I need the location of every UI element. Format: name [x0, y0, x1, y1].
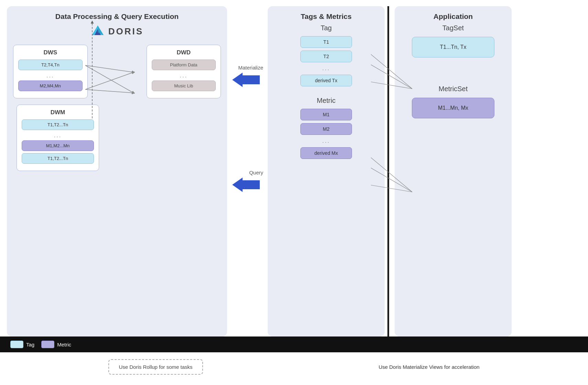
- dwm-box: DWM T1,T2...Tn ... M1,M2...Mn T1,T2...Tn: [17, 105, 99, 171]
- tag-nodes-col: T1 T2 ... derived Tx: [274, 36, 378, 86]
- dwd-music-node: Music Lib: [152, 81, 216, 91]
- tag-t2: T2: [300, 51, 352, 62]
- app-section: Application TagSet T1...Tn, Tx MetricSet…: [395, 6, 512, 336]
- dwd-label: DWD: [152, 49, 216, 56]
- metric-m1: M1: [300, 109, 352, 120]
- app-title: Application: [401, 12, 505, 21]
- metric-legend-label: Metric: [57, 342, 71, 347]
- metric-nodes-col: M1 M2 ... derived Mx: [274, 109, 378, 159]
- metric-heading: Metric: [274, 97, 378, 105]
- dws-dots: ...: [18, 72, 83, 79]
- svg-marker-9: [232, 178, 260, 192]
- metric-m2: M2: [300, 123, 352, 135]
- tag-swatch: [10, 341, 23, 348]
- rollup-note: Use Doris Rollup for some tasks: [108, 359, 203, 375]
- query-arrow: [232, 178, 260, 192]
- metric-derived: derived Mx: [300, 147, 352, 159]
- metric-swatch: [41, 341, 54, 348]
- dws-label: DWS: [18, 49, 83, 56]
- dws-tag-node: T2,T4,Tn: [18, 60, 83, 70]
- materialize-note: Use Doris Materialize Views for accelera…: [378, 364, 479, 370]
- dwd-dots: ...: [152, 72, 216, 79]
- doris-icon: [90, 24, 105, 39]
- dwm-metric-node: M1,M2...Mn: [22, 140, 94, 151]
- materialize-label: Materialize: [227, 65, 265, 71]
- dws-box: DWS T2,T4,Tn ... M2,M4,Mn: [13, 45, 88, 98]
- metric-legend: Metric: [41, 341, 71, 348]
- bottom-notes: Use Doris Rollup for some tasks Use Dori…: [0, 352, 588, 385]
- dws-metric-node: M2,M4,Mn: [18, 81, 83, 91]
- dwd-box: DWD Platform Data ... Music Lib: [147, 45, 221, 98]
- tag-dots: ...: [322, 65, 330, 72]
- tag-heading: Tag: [274, 24, 378, 32]
- tagset-heading: TagSet: [401, 24, 505, 32]
- tags-metrics-section: Tags & Metrics Tag T1 T2 ... derived Tx …: [268, 6, 385, 336]
- svg-line-4: [85, 65, 133, 93]
- tag-t1: T1: [300, 36, 352, 48]
- tag-derived: derived Tx: [300, 75, 352, 86]
- metric-dots: ...: [322, 138, 330, 145]
- dwd-platform-node: Platform Data: [152, 60, 216, 70]
- cross-arrows-svg: [82, 55, 140, 110]
- doris-logo-row: DORIS: [13, 24, 221, 39]
- full-layout: Data Processing & Query Execution DORIS …: [0, 0, 588, 385]
- tm-section-title: Tags & Metrics: [274, 12, 378, 21]
- dwm-tag-node2: T1,T2...Tn: [22, 153, 94, 164]
- svg-marker-8: [232, 73, 260, 87]
- dwm-dots: ...: [22, 132, 94, 139]
- mid-arrows: Materialize Query: [227, 6, 265, 336]
- left-section-title: Data Processing & Query Execution: [13, 12, 221, 21]
- diagram-area: Data Processing & Query Execution DORIS …: [0, 0, 588, 336]
- tag-legend-label: Tag: [26, 342, 34, 347]
- dwm-tag-node1: T1,T2...Tn: [22, 119, 94, 130]
- svg-line-6: [85, 89, 133, 93]
- query-label: Query: [227, 170, 265, 175]
- svg-line-5: [85, 72, 133, 89]
- metricset-heading: MetricSet: [401, 85, 505, 93]
- tag-legend: Tag: [10, 341, 34, 348]
- doris-wordmark: DORIS: [108, 26, 143, 37]
- materialize-arrow: [232, 73, 260, 87]
- tagset-node: T1...Tn, Tx: [412, 37, 494, 57]
- metricset-node: M1...Mn, Mx: [412, 98, 494, 118]
- dwm-label: DWM: [22, 109, 94, 116]
- left-section: Data Processing & Query Execution DORIS …: [7, 6, 227, 336]
- vertical-divider: [387, 6, 389, 336]
- svg-line-3: [85, 65, 133, 72]
- legend-bar: Tag Metric: [0, 336, 588, 352]
- dwm-area: DWM T1,T2...Tn ... M1,M2...Mn T1,T2...Tn: [13, 105, 221, 171]
